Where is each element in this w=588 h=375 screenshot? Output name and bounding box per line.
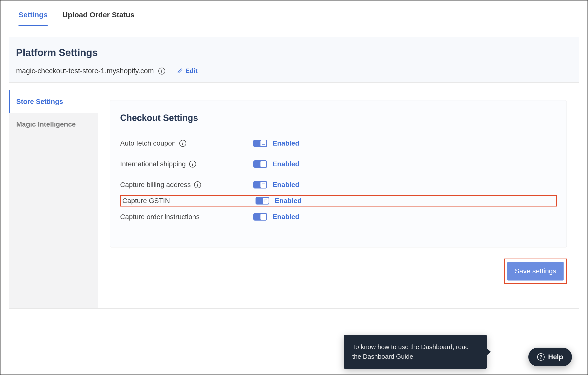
content-area: Store Settings Magic Intelligence Checko… — [9, 90, 579, 309]
tab-upload-order-status[interactable]: Upload Order Status — [62, 11, 134, 26]
setting-row-capture-order-instructions: Capture order instructions Enabled — [120, 206, 557, 227]
help-label: Help — [548, 353, 563, 361]
toggle-auto-fetch-coupon[interactable] — [253, 140, 267, 147]
save-highlight: Save settings — [504, 259, 567, 284]
info-icon[interactable]: i — [194, 181, 201, 188]
store-domain: magic-checkout-test-store-1.myshopify.co… — [16, 67, 154, 75]
toggle-status: Enabled — [273, 160, 299, 168]
toggle-capture-billing-address[interactable] — [253, 181, 267, 188]
toggle-wrap: Enabled — [253, 181, 299, 189]
info-icon[interactable]: i — [158, 68, 165, 75]
setting-row-capture-billing-address: Capture billing address i Enabled — [120, 174, 557, 195]
toggle-status: Enabled — [273, 139, 299, 147]
info-icon[interactable]: i — [179, 140, 186, 147]
tab-settings[interactable]: Settings — [18, 11, 48, 26]
card-title: Checkout Settings — [120, 113, 557, 123]
edit-icon — [177, 68, 183, 74]
info-icon[interactable]: i — [189, 161, 196, 168]
setting-label: Capture GSTIN — [122, 197, 256, 205]
setting-row-capture-gstin: Capture GSTIN Enabled — [120, 195, 557, 206]
edit-label: Edit — [185, 67, 198, 75]
checkout-settings-card: Checkout Settings Auto fetch coupon i En… — [110, 100, 567, 247]
save-settings-button[interactable]: Save settings — [507, 262, 564, 281]
setting-label-text: Auto fetch coupon — [120, 139, 176, 147]
page-title: Platform Settings — [16, 47, 572, 58]
setting-label-text: International shipping — [120, 160, 186, 168]
toggle-international-shipping[interactable] — [253, 160, 267, 168]
setting-label: Auto fetch coupon i — [120, 139, 253, 147]
setting-row-auto-fetch-coupon: Auto fetch coupon i Enabled — [120, 133, 557, 154]
platform-header: Platform Settings magic-checkout-test-st… — [9, 37, 579, 83]
help-button[interactable]: ? Help — [528, 348, 572, 366]
setting-label-text: Capture order instructions — [120, 213, 200, 221]
sidebar-item-store-settings[interactable]: Store Settings — [9, 90, 98, 113]
setting-label: Capture billing address i — [120, 181, 253, 189]
setting-label-text: Capture GSTIN — [122, 197, 170, 205]
main-panel: Checkout Settings Auto fetch coupon i En… — [98, 90, 579, 308]
toggle-capture-order-instructions[interactable] — [253, 213, 267, 221]
toggle-wrap: Enabled — [253, 139, 299, 147]
setting-label: Capture order instructions — [120, 213, 253, 221]
setting-label-text: Capture billing address — [120, 181, 191, 189]
toggle-wrap: Enabled — [253, 213, 299, 221]
toggle-capture-gstin[interactable] — [256, 197, 269, 205]
setting-label: International shipping i — [120, 160, 253, 168]
sidebar-filler — [9, 136, 98, 308]
edit-link[interactable]: Edit — [177, 67, 198, 75]
domain-row: magic-checkout-test-store-1.myshopify.co… — [16, 67, 572, 75]
top-tabs: Settings Upload Order Status — [9, 1, 579, 26]
toggle-wrap: Enabled — [256, 197, 302, 205]
save-wrap: Save settings — [110, 259, 567, 284]
side-nav: Store Settings Magic Intelligence — [9, 90, 98, 308]
question-icon: ? — [537, 353, 545, 361]
dashboard-guide-tooltip: To know how to use the Dashboard, read t… — [344, 335, 487, 369]
setting-row-international-shipping: International shipping i Enabled — [120, 154, 557, 174]
toggle-status: Enabled — [275, 197, 302, 205]
divider — [120, 235, 557, 235]
toggle-status: Enabled — [273, 213, 299, 221]
sidebar-item-magic-intelligence[interactable]: Magic Intelligence — [9, 113, 98, 136]
toggle-status: Enabled — [273, 181, 299, 189]
toggle-wrap: Enabled — [253, 160, 299, 168]
